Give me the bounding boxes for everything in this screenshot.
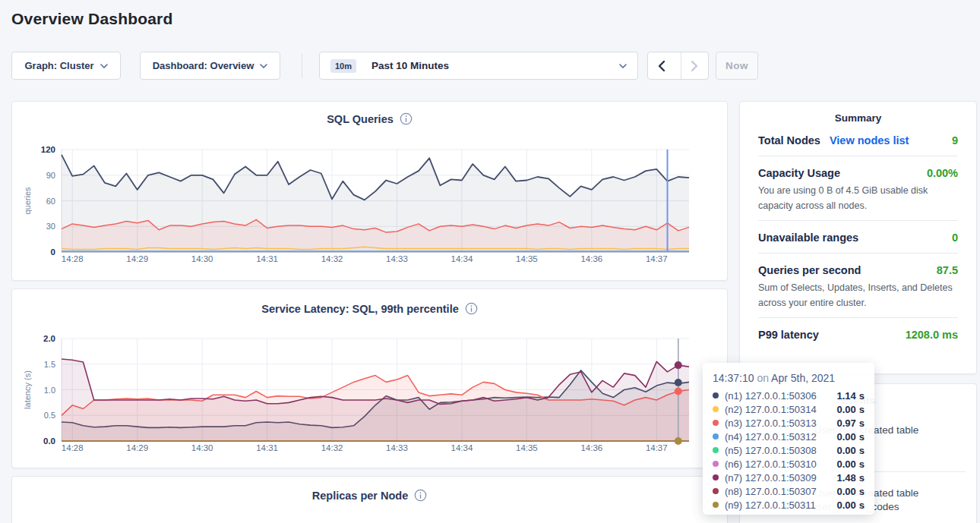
y-tick-label: 0.0: [43, 436, 55, 446]
node-address: (n1) 127.0.0.1:50306: [725, 390, 817, 402]
qps-desc: Sum of Selects, Updates, Inserts, and De…: [758, 280, 958, 310]
tooltip-node-row: (n9) 127.0.0.1:503110.00s: [713, 498, 865, 512]
qps-label: Queries per second: [758, 264, 861, 276]
node-color-dot: [713, 392, 719, 399]
y-axis-caption: queries: [23, 187, 32, 215]
tooltip-node-row: (n4) 127.0.0.1:503120.00s: [713, 430, 865, 443]
divider: [758, 317, 958, 318]
y-tick-label: 120: [41, 145, 55, 154]
hover-dot: [675, 437, 682, 445]
divider: [758, 156, 958, 156]
service-latency-chart[interactable]: 14:2814:2914:3014:3114:3214:3314:3414:35…: [12, 330, 727, 464]
y-tick-label: 90: [46, 171, 55, 180]
capacity-desc: You are using 0 B of 4.5 GiB usable disk…: [758, 183, 958, 213]
latency-hover-tooltip: 14:37:10 on Apr 5th, 2021 (n1) 127.0.0.1…: [703, 363, 874, 515]
graph-dropdown[interactable]: Graph: Cluster: [11, 52, 121, 80]
time-range-badge: 10m: [330, 59, 356, 73]
latency-unit: s: [859, 445, 865, 456]
latency-unit: s: [859, 486, 865, 497]
y-tick-label: 0: [51, 247, 55, 257]
latency-unit: s: [859, 404, 865, 415]
chevron-right-icon: [691, 60, 699, 72]
y-tick-label: 30: [46, 222, 55, 231]
latency-unit: s: [859, 499, 865, 511]
tooltip-timestamp: 14:37:10 on Apr 5th, 2021: [713, 370, 865, 386]
time-range-dropdown[interactable]: 10m Past 10 Minutes: [319, 52, 638, 80]
latency-unit: s: [859, 458, 865, 470]
sql-queries-chart[interactable]: 14:2814:2914:3014:3114:3214:3314:3414:35…: [12, 140, 727, 274]
capacity-row: Capacity Usage 0.00%: [758, 167, 958, 179]
tooltip-node-row: (n2) 127.0.0.1:503140.00s: [713, 402, 865, 416]
sql-queries-plot: 14:2814:2914:3014:3114:3214:3314:3414:35…: [12, 140, 727, 271]
y-tick-label: 60: [46, 197, 55, 206]
y-tick-label: 0.5: [44, 411, 55, 420]
y-axis-caption: latency (s): [23, 370, 32, 409]
x-tick-label: 14:31: [256, 443, 278, 452]
chevron-left-icon: [657, 60, 665, 72]
node-color-dot: [713, 406, 719, 412]
next-time-button[interactable]: [681, 52, 708, 79]
y-tick-label: 1.0: [44, 386, 55, 395]
info-icon[interactable]: [465, 302, 478, 315]
chevron-down-icon: [100, 64, 108, 68]
toolbar-divider: [302, 53, 302, 78]
unavailable-value: 0: [952, 232, 958, 244]
now-button[interactable]: Now: [716, 52, 758, 80]
info-icon[interactable]: [400, 112, 413, 125]
latency-unit: s: [859, 472, 865, 484]
total-nodes-value: 9: [952, 134, 958, 147]
x-tick-label: 14:36: [580, 254, 602, 263]
qps-value: 87.5: [937, 264, 958, 276]
page-title: Overview Dashboard: [11, 10, 173, 28]
latency-unit: s: [859, 431, 865, 443]
node-latency-value: 0.00: [836, 404, 855, 415]
node-address: (n9) 127.0.0.1:50311: [725, 499, 816, 511]
node-latency-value: 1.14: [836, 390, 855, 402]
x-tick-label: 14:35: [516, 254, 538, 263]
x-tick-label: 14:33: [386, 443, 408, 452]
prev-time-button[interactable]: [648, 52, 675, 79]
x-tick-label: 14:28: [62, 254, 84, 263]
node-address: (n3) 127.0.0.1:50313: [725, 417, 817, 429]
node-address: (n2) 127.0.0.1:50314: [725, 404, 817, 415]
hover-dot: [675, 388, 682, 395]
tooltip-node-row: (n7) 127.0.0.1:503091.48s: [713, 471, 865, 484]
summary-panel: Summary Total Nodes View nodes list 9 Ca…: [739, 101, 977, 374]
chevron-down-icon: [260, 64, 267, 68]
capacity-value: 0.00%: [927, 167, 958, 179]
hover-dot: [675, 379, 682, 386]
tooltip-node-row: (n3) 127.0.0.1:503130.97s: [713, 416, 865, 430]
node-latency-value: 0.00: [836, 486, 855, 497]
y-tick-label: 1.5: [44, 360, 55, 369]
sql-queries-title: SQL Queries: [327, 113, 394, 125]
node-latency-value: 0.97: [836, 417, 855, 429]
tooltip-node-row: (n8) 127.0.0.1:503070.00s: [713, 484, 865, 498]
x-tick-label: 14:34: [451, 254, 473, 263]
dashboard-dropdown-label: Dashboard: Overview: [153, 60, 254, 71]
node-latency-value: 0.00: [836, 431, 855, 443]
p99-row: P99 latency 1208.0 ms: [758, 329, 958, 341]
divider: [758, 220, 958, 221]
x-tick-label: 14:35: [516, 443, 538, 452]
replicas-panel: Replicas per Node: [11, 476, 728, 523]
node-color-dot: [713, 420, 719, 426]
latency-unit: s: [859, 417, 865, 429]
info-icon[interactable]: [414, 489, 427, 502]
hover-dot: [675, 361, 682, 369]
x-tick-label: 14:32: [321, 254, 343, 263]
node-address: (n4) 127.0.0.1:50312: [725, 431, 817, 443]
replicas-title: Replicas per Node: [312, 490, 409, 502]
x-tick-label: 14:30: [191, 254, 213, 263]
graph-dropdown-label: Graph: Cluster: [24, 60, 93, 71]
x-tick-label: 14:29: [126, 254, 148, 263]
view-nodes-list-link[interactable]: View nodes list: [830, 134, 909, 147]
unavailable-label: Unavailable ranges: [758, 232, 858, 244]
service-latency-plot: 14:2814:2914:3014:3114:3214:3314:3414:35…: [12, 330, 727, 461]
y-tick-label: 2.0: [43, 334, 55, 343]
node-address: (n7) 127.0.0.1:50309: [725, 472, 817, 484]
x-tick-label: 14:37: [646, 254, 668, 263]
node-latency-value: 0.00: [836, 458, 855, 470]
dashboard-dropdown[interactable]: Dashboard: Overview: [140, 52, 280, 80]
node-address: (n8) 127.0.0.1:50307: [725, 486, 817, 497]
capacity-label: Capacity Usage: [758, 167, 840, 179]
